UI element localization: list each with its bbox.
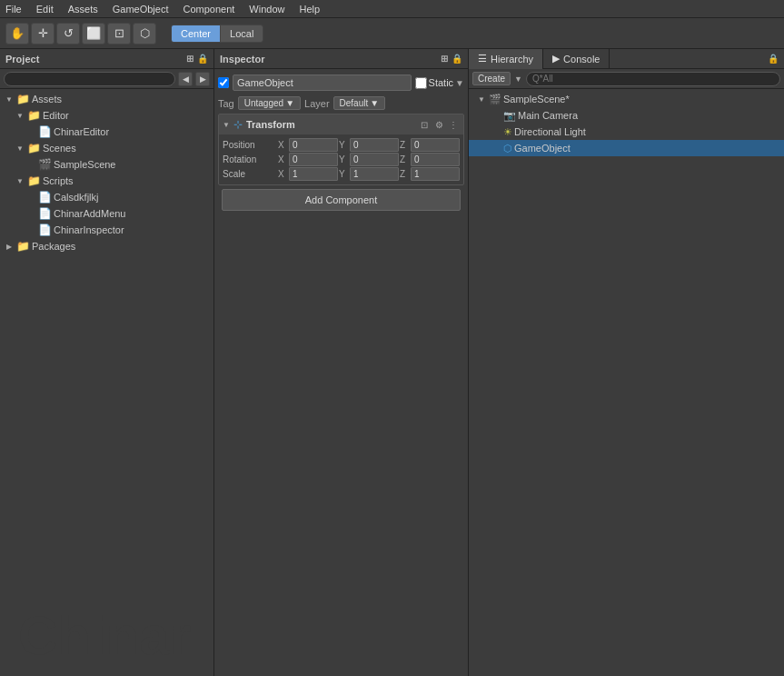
transform-tool-3[interactable]: ⋮ [447,118,460,131]
main-camera-label: Main Camera [518,110,578,121]
hierarchy-gameobject[interactable]: ⬡ GameObject [469,140,784,156]
hierarchy-directional-light[interactable]: ☀ Directional Light [469,124,784,140]
transform-grid: Position X Y Z Rotation [219,134,463,184]
menu-assets[interactable]: Assets [66,4,100,15]
gameobject-name-input[interactable] [233,75,412,91]
tree-item-scripts[interactable]: ▼ 📁 Scripts [0,173,213,189]
local-button[interactable]: Local [221,25,263,42]
add-component-button[interactable]: Add Component [222,189,461,211]
project-search-next[interactable]: ▶ [195,72,210,86]
static-dropdown[interactable]: ▼ [455,78,464,88]
position-x-input[interactable] [289,138,338,152]
tag-dropdown[interactable]: Untagged ▼ [238,96,301,110]
hand-tool-button[interactable]: ✋ [5,23,29,45]
tree-item-editor[interactable]: ▼ 📁 Editor [0,107,213,124]
camera-icon: 📷 [503,110,516,122]
hierarchy-lock[interactable]: 🔒 [768,54,784,64]
tree-item-calsdkfjlkj[interactable]: 📄 Calsdkfjlkj [0,189,213,205]
static-checkbox[interactable] [415,77,427,89]
hierarchy-toolbar: Create ▼ [469,69,784,89]
static-label: Static [429,77,454,88]
inspector-expand[interactable]: ⊞ [441,54,448,64]
gameobject-active-checkbox[interactable] [218,77,229,88]
tag-layer-row: Tag Untagged ▼ Layer Default ▼ [218,96,464,110]
transform-component: ▼ ⊹ Transform ⊡ ⚙ ⋮ Position X [218,114,464,185]
scale-y-axis: Y [339,169,348,179]
hierarchy-scene[interactable]: ▼ 🎬 SampleScene* [469,91,784,107]
rotation-label: Rotation [223,153,277,166]
tool-group-transform: ✋ ✛ ↺ ⬜ ⊡ ⬡ [5,23,156,45]
hierarchy-tab-label: Hierarchy [491,54,533,65]
create-dropdown-arrow[interactable]: ▼ [514,75,522,84]
tree-item-packages[interactable]: ▶ 📁 Packages [0,238,213,254]
pivot-toggle-group: Center Local [171,25,263,43]
tree-item-chinar-add-menu[interactable]: 📄 ChinarAddMenu [0,205,213,222]
static-area: Static ▼ [415,77,464,89]
menu-bar: File Edit Assets GameObject Component Wi… [0,0,784,18]
menu-component[interactable]: Component [181,4,236,15]
menu-file[interactable]: File [4,4,24,15]
inspector-title: Inspector [220,54,265,65]
transform-tool-button[interactable]: ⬡ [133,23,156,45]
light-icon: ☀ [503,126,512,138]
hierarchy-main-camera[interactable]: 📷 Main Camera [469,107,784,124]
transform-header[interactable]: ▼ ⊹ Transform ⊡ ⚙ ⋮ [219,114,463,134]
project-search-prev[interactable]: ◀ [178,72,193,86]
position-z-input[interactable] [411,138,460,152]
layer-label: Layer [304,98,330,109]
pos-x-axis: X [278,140,287,150]
transform-tool-1[interactable]: ⊡ [418,118,431,131]
menu-gameobject[interactable]: GameObject [111,4,171,15]
tree-item-scenes[interactable]: ▼ 📁 Scenes [0,140,213,156]
menu-window[interactable]: Window [247,4,286,15]
scale-tool-button[interactable]: ⬜ [82,23,105,45]
scale-label: Scale [223,167,277,181]
tab-console[interactable]: ▶ Console [543,49,610,69]
center-button[interactable]: Center [172,25,221,42]
layer-dropdown-arrow: ▼ [370,98,379,108]
hierarchy-icon: ☰ [478,53,487,65]
gameobject-icon: ⬡ [503,143,512,154]
inspector-panel: Inspector ⊞ 🔒 Static ▼ Tag [214,49,469,676]
menu-edit[interactable]: Edit [35,4,55,15]
tab-hierarchy[interactable]: ☰ Hierarchy [469,49,543,69]
menu-help[interactable]: Help [297,4,322,15]
tree-item-assets[interactable]: ▼ 📁 Assets [0,91,213,107]
hierarchy-create-button[interactable]: Create [472,72,511,85]
rotation-x-cell: X [278,153,338,166]
project-panel-expand[interactable]: ⊞ [186,54,194,64]
directional-light-label: Directional Light [514,126,586,137]
tree-item-sample-scene[interactable]: 🎬 SampleScene [0,156,213,173]
move-tool-button[interactable]: ✛ [31,23,55,45]
tree-item-chinar-editor[interactable]: 📄 ChinarEditor [0,124,213,140]
project-panel-header: Project ⊞ 🔒 [0,49,213,69]
main-layout: Project ⊞ 🔒 ◀ ▶ ▼ 📁 Assets ▼ 📁 Editor [0,49,784,676]
tag-label: Tag [218,98,234,109]
console-icon: ▶ [552,53,560,65]
transform-tool-2[interactable]: ⚙ [432,118,445,131]
hierarchy-search-input[interactable] [526,72,780,86]
project-panel-lock[interactable]: 🔒 [197,54,208,64]
scale-z-input[interactable] [411,167,460,181]
rotation-y-input[interactable] [350,153,399,166]
tree-item-chinar-inspector[interactable]: 📄 ChinarInspector [0,222,213,238]
rot-x-axis: X [278,154,287,164]
gameobject-checkbox[interactable] [218,77,229,88]
layer-dropdown[interactable]: Default ▼ [333,96,386,110]
project-panel: Project ⊞ 🔒 ◀ ▶ ▼ 📁 Assets ▼ 📁 Editor [0,49,214,676]
inspector-lock[interactable]: 🔒 [452,54,462,64]
rotation-z-input[interactable] [411,153,460,166]
scale-x-axis: X [278,169,287,179]
rotation-y-cell: Y [339,153,399,166]
scale-y-cell: Y [339,167,399,181]
scale-y-input[interactable] [350,167,399,181]
rect-tool-button[interactable]: ⊡ [107,23,131,45]
project-search-input[interactable] [4,72,175,86]
layer-value: Default [340,98,369,108]
rotate-tool-button[interactable]: ↺ [56,23,80,45]
rot-y-axis: Y [339,154,348,164]
position-y-input[interactable] [350,138,399,152]
toolbar: ✋ ✛ ↺ ⬜ ⊡ ⬡ Center Local [0,18,784,49]
scale-x-input[interactable] [289,167,338,181]
rotation-x-input[interactable] [289,153,338,166]
